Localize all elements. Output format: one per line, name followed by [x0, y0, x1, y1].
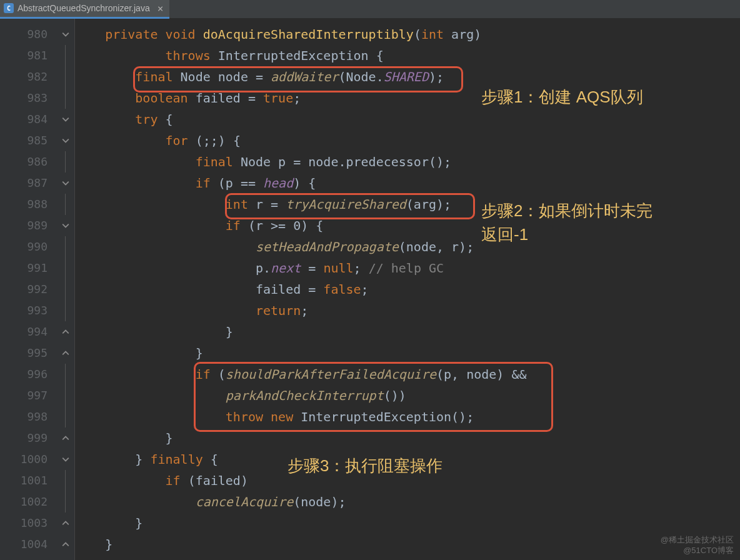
line-number: 999: [0, 428, 56, 449]
code-line[interactable]: if (r >= 0) {: [75, 215, 740, 236]
code-line[interactable]: final Node node = addWaiter(Node.SHARED)…: [75, 66, 740, 88]
fold-marker[interactable]: [56, 385, 74, 406]
fold-marker[interactable]: [56, 172, 74, 194]
watermark-line2: @51CTO博客: [661, 546, 734, 556]
line-number: 995: [0, 342, 56, 364]
line-number: 985: [0, 130, 56, 151]
line-number: 1000: [0, 449, 56, 470]
fold-marker[interactable]: [56, 534, 74, 555]
fold-marker[interactable]: [56, 258, 74, 279]
tab-filename: AbstractQueuedSynchronizer.java: [18, 3, 150, 13]
code-line[interactable]: try {: [75, 109, 740, 130]
fold-marker[interactable]: [56, 130, 74, 151]
code-line[interactable]: for (;;) {: [75, 130, 740, 151]
code-line[interactable]: failed = false;: [75, 279, 740, 300]
fold-marker[interactable]: [56, 151, 74, 172]
code-line[interactable]: }: [75, 428, 740, 449]
code-line[interactable]: if (failed): [75, 470, 740, 491]
fold-gutter: [56, 19, 75, 560]
code-line[interactable]: if (p == head) {: [75, 172, 740, 194]
code-line[interactable]: throw new InterruptedException();: [75, 406, 740, 428]
fold-marker[interactable]: [56, 215, 74, 236]
line-number: 982: [0, 66, 56, 88]
code-editor[interactable]: 9809819829839849859869879889899909919929…: [0, 19, 740, 560]
line-number: 994: [0, 321, 56, 342]
line-number: 988: [0, 194, 56, 215]
code-area[interactable]: 步骤1：创建 AQS队列 步骤2：如果倒计时未完 返回-1 步骤3：执行阻塞操作…: [75, 19, 740, 560]
line-number: 991: [0, 258, 56, 279]
fold-marker[interactable]: [56, 512, 74, 534]
fold-marker[interactable]: [56, 470, 74, 491]
line-number: 1003: [0, 512, 56, 534]
line-number-gutter: 9809819829839849859869879889899909919929…: [0, 19, 56, 560]
fold-marker[interactable]: [56, 342, 74, 364]
code-line[interactable]: private void doAcquireSharedInterruptibl…: [75, 24, 740, 45]
code-line[interactable]: int r = tryAcquireShared(arg);: [75, 194, 740, 215]
line-number: 1004: [0, 534, 56, 555]
line-number: 1002: [0, 491, 56, 512]
fold-marker[interactable]: [56, 109, 74, 130]
line-number: 992: [0, 279, 56, 300]
code-line[interactable]: throws InterruptedException {: [75, 45, 740, 66]
fold-marker[interactable]: [56, 66, 74, 88]
line-number: 998: [0, 406, 56, 428]
fold-marker[interactable]: [56, 406, 74, 428]
code-line[interactable]: if (shouldParkAfterFailedAcquire(p, node…: [75, 364, 740, 385]
code-line[interactable]: return;: [75, 300, 740, 321]
fold-marker[interactable]: [56, 491, 74, 512]
watermark-line1: @稀土掘金技术社区: [661, 535, 734, 546]
code-line[interactable]: parkAndCheckInterrupt()): [75, 385, 740, 406]
fold-marker[interactable]: [56, 428, 74, 449]
line-number: 996: [0, 364, 56, 385]
line-number: 989: [0, 215, 56, 236]
tab-bar: C AbstractQueuedSynchronizer.java ×: [0, 0, 740, 19]
fold-marker[interactable]: [56, 300, 74, 321]
code-line[interactable]: cancelAcquire(node);: [75, 491, 740, 512]
line-number: 987: [0, 172, 56, 194]
line-number: 1001: [0, 470, 56, 491]
code-line[interactable]: }: [75, 321, 740, 342]
code-line[interactable]: p.next = null; // help GC: [75, 258, 740, 279]
line-number: 984: [0, 109, 56, 130]
code-line[interactable]: } finally {: [75, 449, 740, 470]
fold-marker[interactable]: [56, 194, 74, 215]
java-class-icon: C: [4, 3, 14, 13]
code-line[interactable]: setHeadAndPropagate(node, r);: [75, 236, 740, 258]
line-number: 980: [0, 24, 56, 45]
fold-marker[interactable]: [56, 364, 74, 385]
line-number: 983: [0, 88, 56, 109]
fold-marker[interactable]: [56, 88, 74, 109]
watermark: @稀土掘金技术社区 @51CTO博客: [661, 535, 734, 556]
fold-marker[interactable]: [56, 449, 74, 470]
fold-marker[interactable]: [56, 236, 74, 258]
fold-marker[interactable]: [56, 45, 74, 66]
line-number: 997: [0, 385, 56, 406]
code-line[interactable]: }: [75, 342, 740, 364]
close-icon[interactable]: ×: [158, 2, 164, 14]
fold-marker[interactable]: [56, 24, 74, 45]
fold-marker[interactable]: [56, 321, 74, 342]
line-number: 986: [0, 151, 56, 172]
code-line[interactable]: }: [75, 512, 740, 534]
line-number: 981: [0, 45, 56, 66]
line-number: 990: [0, 236, 56, 258]
code-line[interactable]: boolean failed = true;: [75, 88, 740, 109]
fold-marker[interactable]: [56, 279, 74, 300]
code-line[interactable]: final Node p = node.predecessor();: [75, 151, 740, 172]
code-line[interactable]: }: [75, 534, 740, 555]
file-tab[interactable]: C AbstractQueuedSynchronizer.java ×: [0, 0, 169, 19]
line-number: 993: [0, 300, 56, 321]
